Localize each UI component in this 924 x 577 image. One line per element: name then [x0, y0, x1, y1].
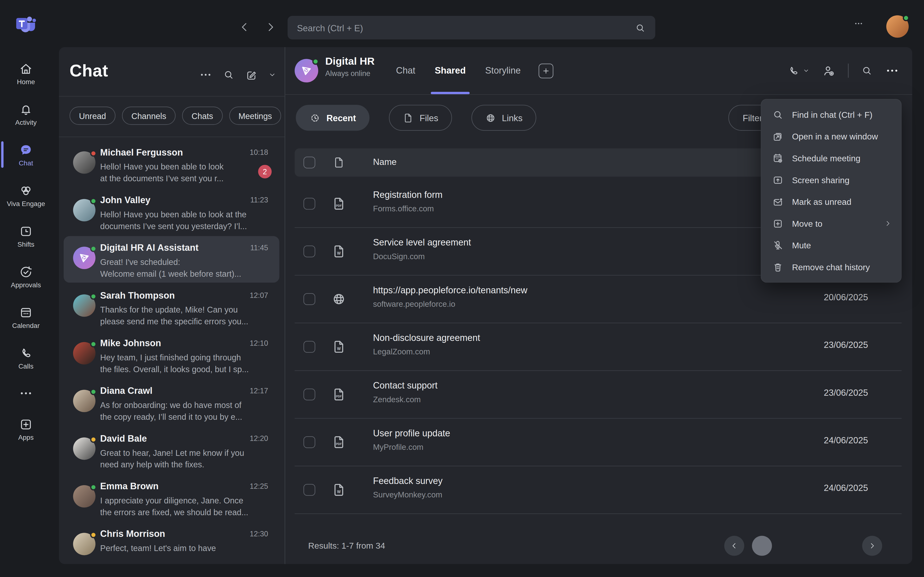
chip-unread[interactable]: Unread [69, 106, 115, 125]
rail-item-calls[interactable]: Calls [0, 337, 52, 378]
add-tab-icon[interactable] [538, 63, 553, 78]
toolbar-filter-recent[interactable]: Recent [296, 105, 369, 131]
conversation-name: Emma Brown [100, 481, 158, 492]
table-row[interactable]: W Feedback survey SurveyMonkey.com 24/06… [294, 466, 901, 514]
add-people-icon[interactable] [822, 64, 835, 77]
toolbar-filter-files[interactable]: Files [389, 105, 452, 131]
rail-item-home[interactable]: Home [0, 53, 52, 93]
menu-item-open-in-a-new-window[interactable]: Open in a new window [761, 126, 901, 147]
row-checkbox[interactable] [304, 198, 315, 210]
row-checkbox[interactable] [304, 293, 315, 305]
menu-item-move-to[interactable]: Move to [761, 213, 901, 234]
chip-meetings[interactable]: Meetings [229, 106, 281, 125]
row-checkbox[interactable] [304, 388, 315, 400]
conversation-item[interactable]: David Bale 12:20 Great to hear, Jane! Le… [59, 426, 285, 474]
user-avatar[interactable] [886, 15, 909, 38]
next-page-button[interactable] [862, 536, 882, 556]
chip-chats[interactable]: Chats [182, 106, 223, 125]
row-checkbox[interactable] [304, 341, 315, 353]
teams-logo-icon[interactable] [14, 13, 38, 37]
file-title: Registration form [373, 190, 443, 200]
conversation-item[interactable]: Mike Johnson 12:10 Hey team, I just fini… [59, 331, 285, 379]
divider [59, 96, 285, 97]
chat-more-icon[interactable] [199, 68, 212, 81]
chat-context-menu: Find in chat (Ctrl + F) Open in a new wi… [761, 99, 901, 282]
menu-item-screen-sharing[interactable]: Screen sharing [761, 169, 901, 191]
conversation-preview: Great! I've scheduled:Welcome email (1 w… [100, 256, 269, 280]
row-checkbox[interactable] [304, 484, 315, 496]
table-row[interactable]: https://app.peopleforce.io/tenants/new s… [294, 276, 901, 323]
top-bar: Search (Ctrl + E) [52, 0, 924, 47]
call-button[interactable] [787, 64, 810, 77]
file-title: Non-disclosure agreement [373, 333, 480, 343]
row-checkbox[interactable] [304, 436, 315, 448]
rail-item-approvals[interactable]: Approvals [0, 256, 52, 297]
menu-item-find-in-chat-ctrl-f[interactable]: Find in chat (Ctrl + F) [761, 104, 901, 126]
conversation-item[interactable]: John Valley 11:23 Hello! Have you been a… [59, 188, 285, 235]
rail-item-viva-engage[interactable]: Viva Engage [0, 175, 52, 215]
tab-shared[interactable]: Shared [435, 47, 466, 94]
chat-title: Digital HR [325, 55, 375, 68]
menu-item-label: Open in a new window [792, 132, 892, 141]
prev-page-button[interactable] [724, 536, 744, 556]
table-row[interactable]: PDF Contact support Zendesk.com 23/06/20… [294, 371, 901, 419]
nav-back-icon[interactable] [238, 20, 251, 34]
menu-item-mute[interactable]: Mute [761, 234, 901, 256]
chat-avatar[interactable] [294, 59, 318, 82]
select-all-checkbox[interactable] [304, 156, 315, 168]
rail-item-apps[interactable]: Apps [0, 409, 52, 449]
conversation-item[interactable]: Emma Brown 12:25 I appreciate your dilig… [59, 474, 285, 521]
conversation-preview: I appreciate your diligence, Jane. Oncet… [100, 495, 269, 518]
tron-logo-icon [77, 251, 91, 265]
chip-channels[interactable]: Channels [122, 106, 176, 125]
svg-text:PDF: PDF [336, 442, 342, 446]
conversation-item[interactable]: Chris Morrison 12:30 Perfect, team! Let'… [59, 522, 285, 564]
tab-chat[interactable]: Chat [396, 47, 415, 94]
file-title: Service level agreement [373, 237, 471, 248]
menu-item-schedule-meeting[interactable]: Schedule meeting [761, 147, 901, 169]
search-input[interactable]: Search (Ctrl + E) [288, 16, 655, 39]
find-in-chat-icon[interactable] [861, 64, 873, 76]
tab-storyline[interactable]: Storyline [485, 47, 521, 94]
rail-item-shifts[interactable]: Shifts [0, 215, 52, 256]
conversation-name: Digital HR AI Assistant [100, 243, 198, 253]
conversation-item[interactable]: Sarah Thompson 12:07 Thanks for the upda… [59, 283, 285, 331]
rail-item-chat[interactable]: Chat [0, 134, 52, 175]
globe-icon [331, 292, 347, 307]
svg-text:W: W [337, 347, 341, 351]
file-source: Zendesk.com [373, 395, 421, 404]
new-chat-icon[interactable] [245, 69, 257, 81]
file-pdf-icon: PDF [331, 387, 347, 402]
chat-filter-chevron-icon[interactable] [268, 71, 276, 79]
chevron-left-icon [730, 542, 738, 550]
rail-item-more[interactable] [0, 378, 52, 408]
row-checkbox[interactable] [304, 245, 315, 257]
chat-more-options-icon[interactable] [885, 63, 899, 77]
rail-item-calendar[interactable]: Calendar [0, 297, 52, 337]
conversation-time: 12:20 [250, 434, 268, 443]
topbar-more-icon[interactable] [851, 19, 866, 28]
nav-forward-icon[interactable] [264, 20, 277, 34]
conversation-item[interactable]: Digital HR AI Assistant 11:45 Great! I'v… [59, 235, 285, 283]
svg-text:W: W [337, 251, 341, 255]
toolbar-filter-label: Recent [326, 113, 356, 123]
presence-badge [90, 293, 97, 300]
file-pdf-icon: PDF [331, 434, 347, 450]
calendar-plus-icon [772, 152, 784, 164]
toolbar-filter-links[interactable]: Links [471, 105, 536, 131]
approvals-icon [19, 265, 33, 279]
menu-item-mark-as-unread[interactable]: Mark as unread [761, 191, 901, 213]
table-row[interactable]: W Non-disclosure agreement LegalZoom.com… [294, 323, 901, 371]
avatar [73, 247, 95, 269]
conversation-time: 12:30 [250, 530, 268, 538]
conversation-item[interactable]: Michael Fergusson 10:18 Hello! Have you … [59, 140, 285, 188]
chat-search-icon[interactable] [223, 69, 234, 81]
page-1[interactable] [752, 536, 772, 556]
rail-item-activity[interactable]: Activity [0, 93, 52, 134]
main-card: Chat UnreadChannelsChatsMeetings Michael… [59, 47, 912, 564]
table-row[interactable]: PDF User profile update MyProfile.com 24… [294, 419, 901, 466]
conversation-name: Michael Fergusson [100, 147, 183, 158]
chip-label: Chats [192, 111, 213, 121]
conversation-item[interactable]: Diana Crawl 12:17 As for onboarding: we … [59, 379, 285, 426]
menu-item-remove-chat-history[interactable]: Remove chat history [761, 256, 901, 278]
